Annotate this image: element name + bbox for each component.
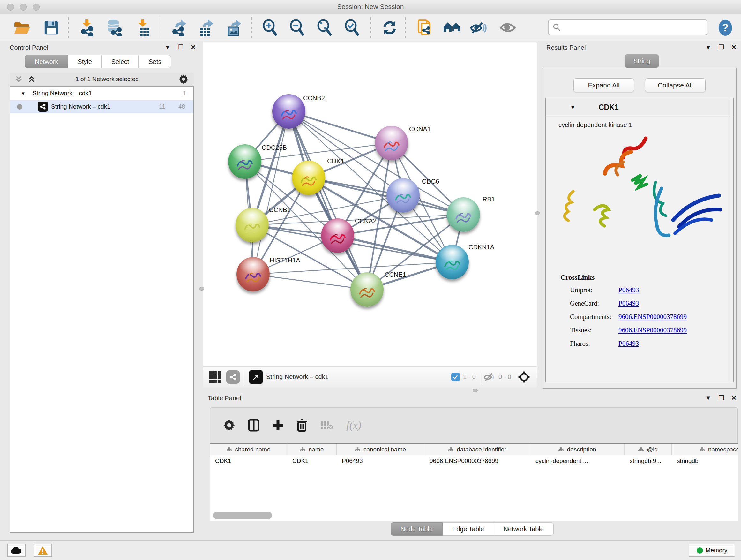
tab-edge-table[interactable]: Edge Table — [443, 522, 494, 536]
network-node-cdk1[interactable] — [292, 161, 325, 195]
network-node-cdc25b[interactable] — [228, 144, 261, 179]
show-columns-icon[interactable] — [248, 419, 259, 432]
refresh-layout-button[interactable] — [381, 18, 399, 37]
import-network-button[interactable] — [78, 18, 96, 37]
network-edge-ccnb2-ccne1[interactable] — [289, 111, 367, 290]
network-collection-row[interactable]: ▼ String Network – cdk1 1 — [10, 86, 193, 100]
tab-style[interactable]: Style — [68, 55, 102, 68]
column-header-canonical-name[interactable]: canonical name — [337, 444, 424, 455]
open-in-window-icon[interactable] — [249, 370, 263, 384]
quick-search-input[interactable] — [561, 24, 701, 31]
table-row[interactable]: CDK1CDK1P064939606.ENSP00000378699cyclin… — [210, 455, 738, 467]
table-panel-close-icon[interactable]: ✕ — [731, 394, 737, 401]
control-panel-float-icon[interactable]: ▼ — [165, 44, 171, 51]
results-panel-maximize-icon[interactable]: ❐ — [718, 44, 724, 51]
cloud-status-button[interactable] — [7, 544, 25, 557]
export-table-button[interactable] — [197, 18, 215, 37]
network-node-cdc6[interactable] — [387, 178, 420, 212]
export-image-button[interactable] — [225, 18, 243, 37]
column-header-description[interactable]: description — [530, 444, 624, 455]
results-panel-float-icon[interactable]: ▼ — [705, 44, 712, 51]
network-from-selection-button[interactable] — [415, 18, 434, 37]
network-row-selected[interactable]: String Network – cdk1 11 48 — [10, 100, 193, 113]
results-splitter-handle[interactable] — [535, 211, 540, 215]
crosslink-value-link[interactable]: P06493 — [618, 286, 639, 294]
network-node-ccna1[interactable] — [375, 126, 408, 160]
table-panel-maximize-icon[interactable]: ❐ — [718, 394, 724, 401]
table-splitter-handle[interactable] — [473, 388, 478, 392]
collection-expand-arrow-icon[interactable]: ▼ — [21, 91, 25, 96]
expand-all-chevron-icon[interactable] — [27, 75, 36, 83]
node-result-header[interactable]: ▼ CDK1 — [546, 98, 733, 117]
network-edge-ccne1-hist1h1a[interactable] — [253, 274, 367, 290]
network-node-cdkn1a[interactable] — [435, 245, 469, 279]
zoom-selected-button[interactable] — [343, 18, 361, 37]
column-header-shared-name[interactable]: shared name — [210, 444, 287, 455]
zoom-in-button[interactable] — [261, 18, 279, 37]
zoom-out-button[interactable] — [288, 18, 307, 37]
crosslink-row: Compartments:9606.ENSP00000378699 — [560, 313, 726, 321]
control-panel-close-icon[interactable]: ✕ — [191, 44, 196, 51]
import-table-button[interactable] — [134, 18, 152, 37]
network-node-ccnb1[interactable] — [235, 208, 269, 242]
add-column-icon[interactable] — [272, 420, 284, 431]
delete-column-icon[interactable] — [296, 419, 307, 432]
tab-network-table[interactable]: Network Table — [494, 522, 554, 536]
network-canvas[interactable]: CCNB2CCNA1CDC25BCDK1CDC6RB1CCNB1CCNA2CDK… — [203, 43, 537, 366]
help-button[interactable]: ? — [716, 18, 735, 37]
crosslink-label: Pharos: — [560, 340, 618, 348]
first-neighbors-button[interactable] — [443, 18, 461, 37]
show-all-button[interactable] — [498, 18, 517, 37]
network-node-label-cdc6: CDC6 — [422, 178, 439, 185]
hide-selected-button[interactable] — [469, 18, 487, 37]
network-node-rb1[interactable] — [447, 197, 480, 232]
eye-icon — [499, 21, 516, 35]
tab-node-table[interactable]: Node Table — [391, 522, 443, 536]
tab-select[interactable]: Select — [102, 55, 139, 68]
column-header-name[interactable]: name — [287, 444, 337, 455]
table-panel-float-icon[interactable]: ▼ — [705, 394, 712, 401]
control-splitter-handle[interactable] — [199, 287, 204, 291]
column-type-icon — [226, 447, 232, 451]
open-session-button[interactable] — [13, 18, 31, 37]
expand-all-button[interactable]: Expand All — [574, 78, 634, 92]
export-network-button[interactable] — [170, 18, 188, 37]
tab-sets[interactable]: Sets — [139, 55, 171, 68]
network-node-ccnb2[interactable] — [272, 94, 306, 129]
column-header-database-identifier[interactable]: database identifier — [424, 444, 530, 455]
collapse-all-button[interactable]: Collapse All — [645, 78, 705, 92]
network-node-ccne1[interactable] — [350, 272, 384, 307]
string-view-toggle-icon[interactable] — [226, 370, 240, 384]
network-node-ccna2[interactable] — [321, 219, 354, 253]
table-horizontal-scrollbar[interactable] — [213, 512, 272, 519]
column-header--id[interactable]: @id — [624, 444, 672, 455]
crosslink-value-link[interactable]: 9606.ENSP00000378699 — [618, 313, 687, 321]
selected-checkbox-icon[interactable] — [451, 373, 460, 381]
collapse-all-chevron-icon[interactable] — [15, 75, 23, 83]
tab-string[interactable]: String — [624, 54, 659, 68]
results-scrollbar[interactable] — [730, 98, 733, 382]
warnings-button[interactable] — [33, 544, 52, 557]
protein-ribbon-thumb-icon — [240, 215, 264, 239]
import-network-from-database-button[interactable] — [105, 18, 124, 37]
network-edge-ccna2-cdkn1a[interactable] — [338, 236, 452, 262]
zoom-fit-button[interactable] — [315, 18, 334, 37]
title-bar[interactable]: Session: New Session — [0, 0, 741, 14]
crosslink-value-link[interactable]: P06493 — [618, 300, 639, 307]
column-header-namespace[interactable]: namespace — [672, 444, 738, 455]
hidden-eye-slash-icon — [483, 372, 495, 382]
tab-network[interactable]: Network — [25, 55, 68, 68]
control-panel-maximize-icon[interactable]: ❐ — [178, 44, 184, 51]
memory-button[interactable]: Memory — [689, 544, 735, 557]
crosslink-value-link[interactable]: P06493 — [618, 340, 639, 348]
table-options-gear-icon[interactable] — [223, 419, 235, 431]
section-expand-arrow-icon[interactable]: ▼ — [570, 104, 576, 111]
crosslink-value-link[interactable]: 9606.ENSP00000378699 — [618, 326, 687, 334]
network-options-gear-icon[interactable] — [179, 74, 189, 84]
network-node-hist1h1a[interactable] — [237, 257, 270, 292]
grid-view-icon[interactable] — [208, 370, 222, 384]
save-session-button[interactable] — [42, 18, 61, 37]
fit-crosshair-icon[interactable] — [517, 370, 531, 384]
results-panel-close-icon[interactable]: ✕ — [731, 44, 737, 51]
quick-search[interactable] — [548, 19, 708, 36]
